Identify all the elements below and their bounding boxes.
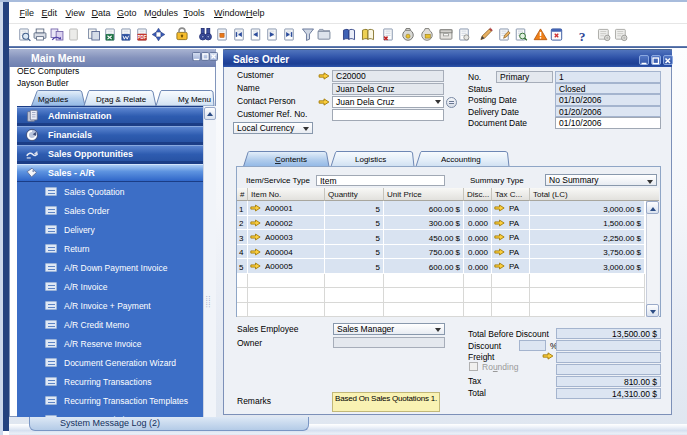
svg-text:Accounting: Accounting <box>441 155 481 164</box>
svg-text:Drag & Relate: Drag & Relate <box>96 95 147 104</box>
svg-text:?: ? <box>579 29 586 44</box>
svg-text:Modules: Modules <box>38 95 68 104</box>
svg-text:My Menu: My Menu <box>178 95 211 104</box>
svg-text:Contents: Contents <box>275 155 307 164</box>
svg-text:PDF: PDF <box>138 35 147 40</box>
svg-text:Logistics: Logistics <box>355 155 386 164</box>
